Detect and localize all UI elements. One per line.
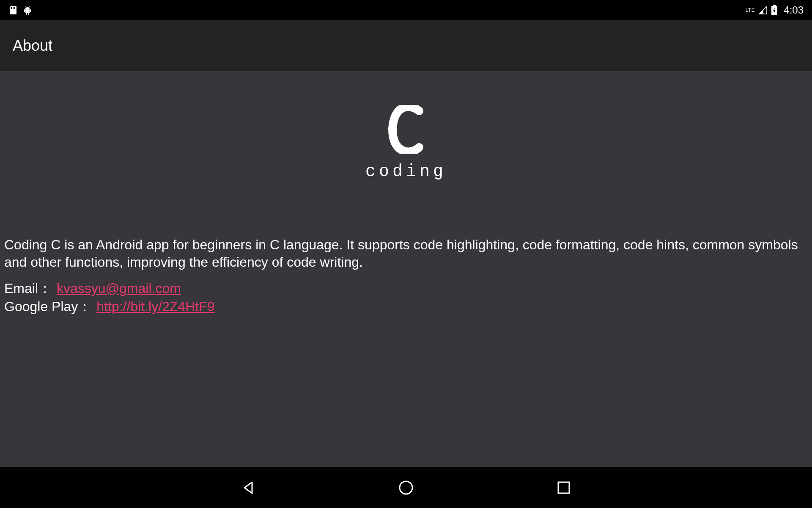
google-play-label: Google Play：: [4, 299, 91, 314]
sd-card-icon: [8, 5, 18, 15]
svg-line-6: [29, 6, 30, 8]
app-bar: About: [0, 20, 812, 71]
svg-rect-8: [24, 9, 25, 12]
recent-apps-button[interactable]: [551, 475, 576, 500]
content-area: coding Coding C is an Android app for be…: [0, 71, 812, 467]
page-title: About: [13, 37, 52, 55]
description-text: Coding C is an Android app for beginners…: [4, 236, 808, 271]
email-link[interactable]: kvassyu@gmail.com: [57, 281, 181, 296]
status-left: [8, 5, 32, 15]
svg-rect-7: [25, 9, 30, 13]
svg-rect-11: [28, 13, 29, 15]
lte-label: LTE: [746, 7, 755, 13]
svg-point-14: [400, 481, 412, 494]
google-play-link[interactable]: http://bit.ly/2Z4HtF9: [96, 299, 214, 314]
navigation-bar: [0, 467, 812, 508]
logo-c-icon: [387, 105, 425, 154]
google-play-line: Google Play：http://bit.ly/2Z4HtF9: [4, 298, 808, 316]
svg-rect-2: [14, 7, 15, 9]
logo-text: coding: [365, 162, 447, 181]
home-button[interactable]: [393, 475, 419, 500]
svg-rect-12: [773, 5, 776, 6]
back-button[interactable]: [236, 475, 261, 500]
android-icon: [23, 5, 32, 15]
status-bar: LTE 4:03: [0, 0, 812, 20]
battery-charging-icon: [771, 5, 778, 16]
svg-rect-15: [558, 482, 569, 493]
status-right: LTE 4:03: [746, 4, 804, 16]
svg-point-4: [28, 8, 29, 8]
svg-rect-0: [11, 7, 12, 9]
email-line: Email：kvassyu@gmail.com: [4, 279, 808, 298]
svg-rect-1: [13, 7, 14, 9]
svg-point-3: [26, 8, 27, 8]
svg-rect-10: [26, 13, 27, 15]
svg-rect-9: [30, 9, 31, 12]
svg-line-5: [25, 6, 26, 8]
clock-time: 4:03: [784, 4, 804, 16]
email-label: Email：: [4, 281, 52, 296]
signal-icon: [758, 6, 768, 15]
logo-section: coding: [4, 105, 808, 181]
